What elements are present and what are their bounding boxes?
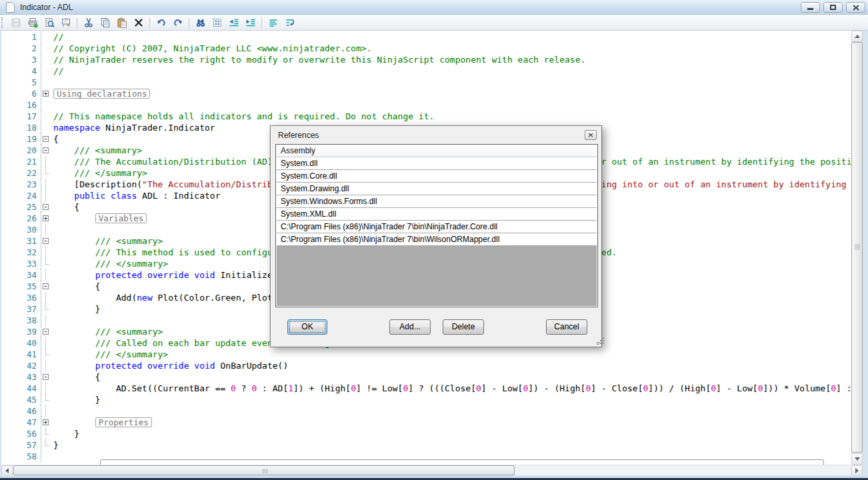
line-number: 37 xyxy=(1,303,41,315)
code-line: 4// xyxy=(1,65,851,77)
assembly-row[interactable]: System.dll xyxy=(277,157,597,170)
horizontal-scroll-thumb[interactable] xyxy=(13,465,515,475)
code-text: } xyxy=(51,428,79,439)
line-number: 36 xyxy=(1,292,41,303)
fold-toggle-icon[interactable]: + xyxy=(43,215,49,221)
vertical-scroll-thumb[interactable] xyxy=(851,42,863,453)
assembly-row[interactable]: System.XML.dll xyxy=(277,208,597,221)
collapsed-region[interactable]: Variables xyxy=(95,213,147,223)
whiteboard-icon[interactable] xyxy=(59,16,73,29)
fold-margin xyxy=(41,99,51,111)
undo-icon[interactable] xyxy=(154,16,169,29)
fold-guide xyxy=(45,247,46,258)
line-number: 3 xyxy=(1,54,41,65)
scroll-up-button[interactable] xyxy=(851,31,863,42)
toolbar-separator xyxy=(77,17,77,28)
indent-icon[interactable] xyxy=(243,16,258,29)
save-icon[interactable] xyxy=(9,16,23,29)
delete-icon[interactable] xyxy=(131,16,146,29)
ok-button[interactable]: OK xyxy=(287,319,327,335)
redo-icon[interactable] xyxy=(171,16,185,29)
arrow-left-icon xyxy=(5,468,9,473)
line-number: 38 xyxy=(1,315,41,326)
justify-lines-icon[interactable] xyxy=(266,16,281,29)
fold-guide xyxy=(45,292,46,303)
collapsed-region[interactable]: Using declarations xyxy=(53,89,150,99)
code-text xyxy=(51,451,53,462)
fold-toggle-icon[interactable]: - xyxy=(43,374,49,380)
code-text: protected override void OnBarUpdate() xyxy=(51,360,288,371)
paste-icon[interactable] xyxy=(115,16,129,29)
line-number: 57 xyxy=(1,439,41,451)
toolbar-separator xyxy=(149,17,150,28)
fold-toggle-icon[interactable]: - xyxy=(43,136,49,142)
code-text: /// <summary> xyxy=(51,326,163,337)
toolbar xyxy=(0,15,868,31)
line-number: 23 xyxy=(1,179,41,190)
code-line: 47+ Properties xyxy=(1,417,851,428)
fold-toggle-icon[interactable]: - xyxy=(43,283,49,289)
line-number: 1 xyxy=(1,31,41,43)
vertical-scrollbar[interactable] xyxy=(851,31,863,465)
close-button[interactable] xyxy=(846,2,865,13)
fold-margin xyxy=(41,43,51,54)
fold-guide-end xyxy=(45,428,49,435)
fold-guide xyxy=(45,383,46,394)
cut-icon[interactable] xyxy=(81,16,96,29)
assembly-row[interactable]: System.Windows.Forms.dll xyxy=(277,195,597,208)
fold-margin xyxy=(41,269,51,281)
title-bar[interactable]: Indicator - ADL xyxy=(0,0,868,15)
code-text: } xyxy=(51,394,100,405)
cancel-button[interactable]: Cancel xyxy=(546,319,587,335)
fold-toggle-icon[interactable]: - xyxy=(43,238,49,244)
fold-margin: + xyxy=(41,417,51,428)
fold-toggle-icon[interactable]: + xyxy=(43,91,49,97)
print-icon[interactable] xyxy=(25,16,40,29)
horizontal-scrollbar[interactable] xyxy=(1,465,863,475)
fold-toggle-icon[interactable]: - xyxy=(43,147,49,153)
code-line: 43- { xyxy=(1,371,851,383)
assembly-list[interactable]: Assembly System.dllSystem.Core.dllSystem… xyxy=(275,144,598,307)
outdent-icon[interactable] xyxy=(227,16,241,29)
code-text: namespace NinjaTrader.Indicator xyxy=(51,122,215,133)
line-number: 24 xyxy=(1,190,41,201)
resize-grip-icon[interactable] xyxy=(597,343,599,344)
scroll-down-button[interactable] xyxy=(851,453,863,465)
fold-guide-end xyxy=(45,303,49,310)
assembly-row[interactable]: C:\Program Files (x86)\NinjaTrader 7\bin… xyxy=(277,221,597,233)
line-number: 19 xyxy=(1,133,41,145)
fold-guide xyxy=(45,337,46,349)
copy-icon[interactable] xyxy=(98,16,113,29)
code-text: // NinjaTrader reserves the right to mod… xyxy=(51,54,585,65)
add-button[interactable]: Add... xyxy=(389,319,431,335)
assembly-row[interactable]: C:\Program Files (x86)\NinjaTrader 7\bin… xyxy=(277,233,597,246)
delete-button[interactable]: Delete xyxy=(443,319,484,335)
scroll-left-button[interactable] xyxy=(1,465,13,476)
dialog-close-button[interactable] xyxy=(585,130,597,140)
arrow-up-icon xyxy=(855,35,860,38)
assembly-row[interactable]: System.Core.dll xyxy=(277,170,597,183)
fold-toggle-icon[interactable]: + xyxy=(43,419,49,425)
minimize-button[interactable] xyxy=(801,2,820,13)
replace-icon[interactable] xyxy=(210,16,225,29)
window-border-right xyxy=(863,31,868,475)
fold-margin xyxy=(41,451,51,462)
line-number: 17 xyxy=(1,111,41,122)
scroll-right-button[interactable] xyxy=(851,465,863,476)
assembly-row[interactable]: System.Drawing.dll xyxy=(277,183,597,195)
arrow-down-icon xyxy=(855,457,860,461)
fold-margin: - xyxy=(41,235,51,247)
fold-toggle-icon[interactable]: - xyxy=(43,329,49,335)
find-icon[interactable] xyxy=(193,16,208,29)
code-line: 1// xyxy=(1,31,851,43)
close-icon xyxy=(588,133,593,137)
fold-margin xyxy=(41,258,51,269)
restore-button[interactable] xyxy=(823,2,843,13)
print-preview-icon[interactable] xyxy=(42,16,57,29)
code-text: { xyxy=(51,201,79,213)
thumb-grip-icon xyxy=(855,245,860,245)
fold-toggle-icon[interactable]: - xyxy=(43,204,49,210)
word-wrap-icon[interactable] xyxy=(283,16,297,29)
line-number: 33 xyxy=(1,258,41,269)
collapsed-region[interactable]: Properties xyxy=(95,417,152,427)
